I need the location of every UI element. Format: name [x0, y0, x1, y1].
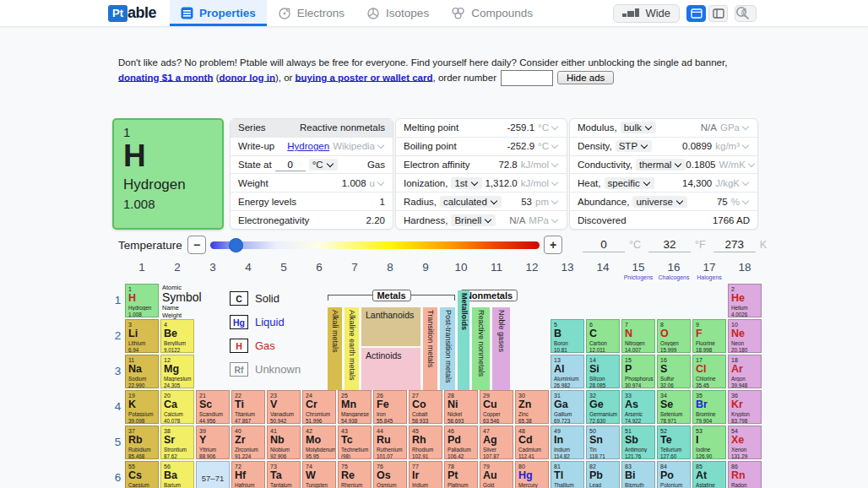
lanthanide-range-tile[interactable]: 57–71 — [196, 461, 230, 488]
element-tile-re[interactable]: 75ReRhenium — [338, 461, 372, 488]
element-tile-bi[interactable]: 83BiBismuth — [621, 461, 655, 488]
element-tile-mo[interactable]: 42MoMolybdenum95.95 — [302, 426, 336, 459]
element-tile-ge[interactable]: 32GeGermanium72.630 — [586, 390, 620, 424]
property-option-dropdown[interactable]: STP — [616, 140, 652, 152]
element-tile-cr[interactable]: 24CrChromium51.996 — [302, 390, 336, 424]
donor-login-link[interactable]: donor log in — [219, 72, 274, 82]
series-post-transition-metals[interactable]: Post-transition metals — [440, 307, 455, 390]
unit-dropdown[interactable]: kJ/mol — [521, 160, 559, 170]
order-number-input[interactable] — [501, 70, 553, 86]
element-tile-i[interactable]: 53IIodine126.90 — [692, 426, 726, 459]
element-tile-sb[interactable]: 51SbAntimony121.76 — [621, 426, 655, 459]
series-alkali-metals[interactable]: Alkali metals — [328, 307, 342, 390]
state-legend-gas[interactable]: HGas — [230, 339, 301, 353]
property-option-dropdown[interactable]: °C — [309, 159, 338, 171]
property-option-dropdown[interactable]: 1st — [451, 177, 481, 189]
element-tile-hf[interactable]: 72HfHafnium — [231, 461, 265, 488]
element-tile-sn[interactable]: 50SnTin118.71 — [586, 426, 620, 459]
element-tile-si[interactable]: 14SiSilicon28.085 — [586, 355, 620, 388]
element-tile-mn[interactable]: 25MnManganese54.938 — [338, 390, 372, 424]
element-tile-f[interactable]: 9FFluorine18.998 — [692, 319, 726, 353]
element-tile-se[interactable]: 34SeSelenium78.971 — [657, 390, 691, 424]
tab-compounds[interactable]: Compounds — [440, 0, 544, 26]
series-reactive-nonmetals[interactable]: Reactive nonmetals — [472, 307, 490, 390]
element-tile-ag[interactable]: 47AgSilver107.87 — [480, 426, 513, 459]
unit-dropdown[interactable]: GPa — [720, 122, 750, 133]
unit-dropdown[interactable]: °C — [538, 122, 559, 133]
state-legend-solid[interactable]: CSolid — [230, 291, 301, 306]
element-tile-ar[interactable]: 18ArArgon39.948 — [728, 355, 762, 388]
element-tile-li[interactable]: 3LiLithium6.94 — [125, 319, 159, 353]
property-option-dropdown[interactable]: bulk — [621, 122, 656, 133]
element-tile-cs[interactable]: 55CsCaesium — [125, 461, 159, 488]
element-tile-kr[interactable]: 36KrKrypton83.798 — [728, 390, 762, 424]
element-tile-b[interactable]: 5BBoron10.81 — [551, 319, 584, 353]
element-tile-h[interactable]: 1HHydrogen1.008 — [125, 284, 159, 317]
element-tile-sr[interactable]: 38SrStrontium87.62 — [160, 426, 194, 459]
unit-dropdown[interactable]: MPa — [529, 215, 559, 225]
unit-dropdown[interactable]: % — [731, 197, 750, 207]
element-tile-fe[interactable]: 26FeIron55.845 — [373, 390, 407, 424]
element-tile-br[interactable]: 35BrBromine79.904 — [692, 390, 726, 424]
series-metalloids[interactable]: Metalloids — [458, 290, 469, 390]
property-option-dropdown[interactable]: calculated — [440, 196, 502, 208]
property-option-dropdown[interactable]: specific — [605, 177, 654, 189]
series-actinoids[interactable]: Actinoids — [361, 348, 420, 390]
element-tile-ta[interactable]: 73TaTantalum — [267, 461, 301, 488]
element-tile-tl[interactable]: 81TlThallium — [551, 461, 584, 488]
element-tile-at[interactable]: 85AtAstatine — [692, 461, 726, 488]
element-tile-ba[interactable]: 56BaBarium — [160, 461, 194, 488]
series-noble-gases[interactable]: Noble gases — [492, 307, 510, 390]
app-logo[interactable]: Ptable — [108, 0, 156, 26]
celsius-input[interactable] — [583, 237, 625, 252]
state-legend-liquid[interactable]: HgLiquid — [230, 315, 301, 329]
family-label-pnictogens[interactable]: Pnictogens — [621, 274, 655, 280]
series-alkaline-earth-metals[interactable]: Alkaline earth metals — [344, 307, 359, 390]
unit-dropdown[interactable]: kJ/mol — [521, 178, 559, 188]
layout-banner-button[interactable] — [686, 5, 706, 22]
element-tile-xe[interactable]: 54XeXenon131.29 — [728, 426, 762, 459]
element-tile-he[interactable]: 2HeHelium4.0026 — [728, 284, 762, 317]
series-lanthanoids[interactable]: Lanthanoids — [361, 307, 420, 346]
element-tile-w[interactable]: 74WTungsten — [302, 461, 336, 488]
element-tile-ru[interactable]: 44RuRuthenium101.07 — [373, 426, 407, 459]
tab-electrons[interactable]: Electrons — [267, 0, 355, 26]
kelvin-input[interactable] — [713, 237, 756, 252]
element-tile-na[interactable]: 11NaSodium22.990 — [125, 355, 159, 388]
element-tile-mg[interactable]: 12MgMagnesium24.305 — [160, 355, 194, 388]
tab-isotopes[interactable]: Isotopes — [355, 0, 440, 26]
state-legend-unknown[interactable]: RfUnknown — [230, 362, 301, 377]
series-transition-metals[interactable]: Transition metals — [423, 307, 437, 390]
element-tile-p[interactable]: 15PPhosphorus30.974 — [621, 355, 655, 388]
element-tile-s[interactable]: 16SSulfur32.06 — [657, 355, 691, 388]
element-tile-co[interactable]: 27CoCobalt58.933 — [409, 390, 442, 424]
element-tile-rh[interactable]: 45RhRhodium102.91 — [409, 426, 442, 459]
search-icon[interactable] — [735, 6, 750, 24]
poster-link[interactable]: buying a poster or wallet card — [296, 72, 433, 82]
element-tile-tc[interactable]: 43TcTechnetium(98) — [338, 426, 372, 459]
family-label-halogens[interactable]: Halogens — [692, 274, 726, 280]
property-option-dropdown[interactable]: thermal — [636, 159, 686, 171]
writeup-link[interactable]: Hydrogen — [287, 141, 329, 151]
element-tile-cd[interactable]: 48CdCadmium112.41 — [515, 426, 549, 459]
element-tile-pd[interactable]: 46PdPalladium106.42 — [444, 426, 478, 459]
element-tile-y[interactable]: 39YYttrium88.906 — [196, 426, 230, 459]
element-tile-hg[interactable]: 80HgMercury — [515, 461, 549, 488]
element-tile-nb[interactable]: 41NbNiobium92.906 — [267, 426, 301, 459]
hide-ads-button[interactable]: Hide ads — [557, 71, 614, 84]
element-tile-zn[interactable]: 30ZnZinc65.38 — [515, 390, 549, 424]
temp-increase-button[interactable]: + — [544, 236, 562, 254]
element-tile-o[interactable]: 8OOxygen15.999 — [657, 319, 691, 353]
unit-dropdown[interactable]: J/kgK — [715, 178, 750, 188]
element-tile-in[interactable]: 49InIndium114.82 — [551, 426, 584, 459]
element-tile-cu[interactable]: 29CuCopper63.546 — [480, 390, 513, 424]
layout-sidebar-button[interactable] — [708, 5, 728, 22]
element-tile-rb[interactable]: 37RbRubidium85.468 — [125, 426, 159, 459]
element-tile-po[interactable]: 84PoPolonium — [657, 461, 691, 488]
element-tile-pt[interactable]: 78PtPlatinum — [444, 461, 478, 488]
element-tile-al[interactable]: 13AlAluminium26.982 — [551, 355, 584, 388]
element-tile-ne[interactable]: 10NeNeon20.180 — [728, 319, 762, 353]
element-tile-n[interactable]: 7NNitrogen14.007 — [621, 319, 655, 353]
unit-dropdown[interactable]: W/mK — [719, 160, 756, 170]
element-tile-ni[interactable]: 28NiNickel58.693 — [444, 390, 478, 424]
